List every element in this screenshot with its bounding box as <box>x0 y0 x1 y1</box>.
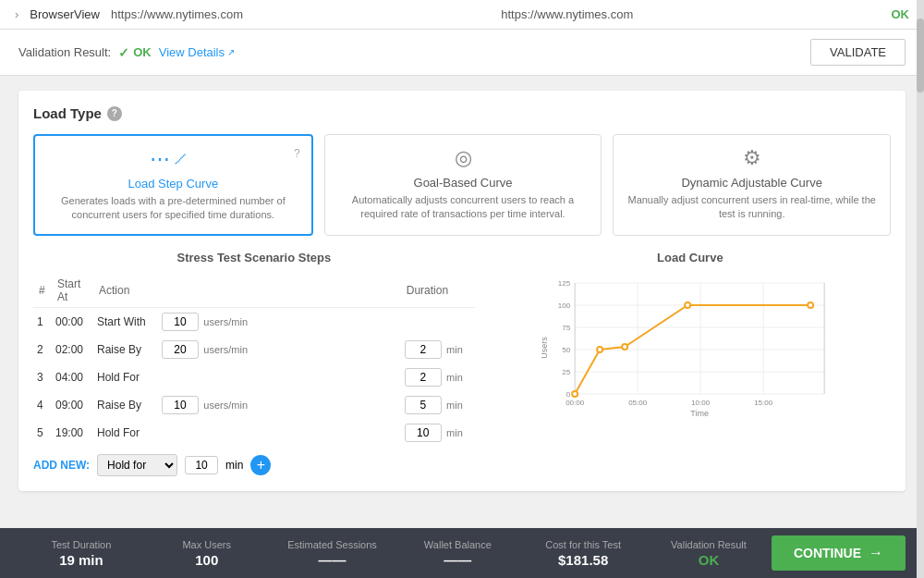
load-type-title: Load Type ? <box>33 105 891 121</box>
scrollbar-thumb[interactable] <box>917 18 924 92</box>
col-header-startat: Start At <box>52 274 93 308</box>
load-type-card: Load Type ? ? ⋯⟋ Load Step Curve Generat… <box>18 91 906 491</box>
row4-num: 4 <box>33 391 52 419</box>
row2-val-cell: users/min <box>158 336 401 363</box>
load-type-options: ? ⋯⟋ Load Step Curve Generates loads wit… <box>33 134 891 236</box>
load-step-desc: Generates loads with a pre-determined nu… <box>46 194 300 223</box>
scrollbar[interactable] <box>917 0 924 578</box>
svg-text:00:00: 00:00 <box>565 399 585 407</box>
add-step-button[interactable]: + <box>250 455 271 475</box>
row2-dur-input[interactable] <box>405 340 442 359</box>
stat-value-validation: OK <box>646 552 772 568</box>
chart-point <box>685 302 690 308</box>
row4-val-cell: users/min <box>158 391 401 419</box>
row1-dur <box>401 307 475 336</box>
chart-point <box>572 391 578 397</box>
row4-unit: users/min <box>203 400 248 411</box>
goal-icon: ◎ <box>336 146 590 170</box>
load-option-dynamic[interactable]: ⚙ Dynamic Adjustable Curve Manually adju… <box>613 134 891 236</box>
row3-dur-unit: min <box>446 372 463 383</box>
row5-val-cell <box>158 419 401 447</box>
stat-wallet-balance: Wallet Balance —— <box>395 539 520 568</box>
stat-estimated-sessions: Estimated Sessions —— <box>270 539 395 568</box>
load-type-title-text: Load Type <box>33 105 102 121</box>
svg-text:75: 75 <box>562 324 570 332</box>
svg-text:10:00: 10:00 <box>691 399 711 407</box>
table-row: 2 02:00 Raise By users/min min <box>33 336 475 363</box>
stat-value-wallet-balance: —— <box>395 552 520 568</box>
validation-ok-text: OK <box>133 45 152 59</box>
url1: https://www.nytimes.com <box>111 7 490 21</box>
stat-value-max-users: 100 <box>144 552 270 568</box>
goal-desc: Automatically adjusts concurrent users t… <box>336 193 590 222</box>
load-step-icon: ⋯⟋ <box>46 147 300 171</box>
col-header-action: Action <box>93 274 158 308</box>
col-header-hash: # <box>33 274 52 308</box>
row4-action: Raise By <box>93 391 158 419</box>
stat-label-wallet-balance: Wallet Balance <box>395 539 520 550</box>
svg-text:25: 25 <box>562 368 570 376</box>
load-option-step[interactable]: ? ⋯⟋ Load Step Curve Generates loads wit… <box>33 134 313 236</box>
row1-startat: 00:00 <box>52 307 93 336</box>
row2-val-input[interactable] <box>162 340 199 359</box>
row1-unit: users/min <box>203 316 248 327</box>
bottom-bar: Test Duration 19 min Max Users 100 Estim… <box>0 528 924 578</box>
scenario-title: Stress Test Scenario Steps <box>33 251 475 264</box>
checkmark-icon: ✓ <box>118 45 129 60</box>
add-new-value-input[interactable] <box>185 456 218 474</box>
stat-max-users: Max Users 100 <box>144 539 270 568</box>
row2-startat: 02:00 <box>52 336 93 363</box>
row2-dur-unit: min <box>446 344 463 355</box>
row3-startat: 04:00 <box>52 363 93 391</box>
load-step-title: Load Step Curve <box>46 177 300 191</box>
add-new-select[interactable]: Hold for Raise By Start With <box>97 454 177 476</box>
row2-num: 2 <box>33 336 52 363</box>
chart-point <box>622 344 627 350</box>
load-type-help-icon[interactable]: ? <box>107 106 122 121</box>
row3-num: 3 <box>33 363 52 391</box>
row1-num: 1 <box>33 307 52 336</box>
option-help-icon[interactable]: ? <box>294 147 300 160</box>
col-header-duration: Duration <box>401 274 475 308</box>
row5-num: 5 <box>33 419 52 447</box>
chart-section: Load Curve Users <box>490 251 891 476</box>
row2-action: Raise By <box>93 336 158 363</box>
browser-view-row: › BrowserView https://www.nytimes.com ht… <box>0 0 924 30</box>
row1-action: Start With <box>93 307 158 336</box>
row1-val-input[interactable] <box>162 313 199 331</box>
validation-ok-badge: ✓ OK <box>118 45 152 60</box>
main-content: Load Type ? ? ⋯⟋ Load Step Curve Generat… <box>0 76 924 526</box>
svg-text:0: 0 <box>565 390 570 399</box>
goal-title: Goal-Based Curve <box>336 176 590 190</box>
stat-label-test-duration: Test Duration <box>18 539 144 550</box>
svg-text:100: 100 <box>558 301 571 310</box>
add-new-row: ADD NEW: Hold for Raise By Start With mi… <box>33 454 475 476</box>
row4-val-input[interactable] <box>162 396 199 414</box>
stat-label-estimated-sessions: Estimated Sessions <box>270 539 395 550</box>
top-ok-status: OK <box>892 7 910 21</box>
stat-value-cost: $181.58 <box>520 552 646 568</box>
row5-dur-input[interactable] <box>405 424 442 442</box>
row4-dur-input[interactable] <box>405 396 442 414</box>
view-details-link[interactable]: View Details ↗ <box>159 45 235 59</box>
row4-dur-unit: min <box>446 400 463 411</box>
stat-validation-result: Validation Result OK <box>646 539 772 568</box>
row3-action: Hold For <box>93 363 158 391</box>
svg-text:15:00: 15:00 <box>754 399 773 407</box>
row3-dur-input[interactable] <box>405 368 442 387</box>
y-axis-label: Users <box>540 337 549 359</box>
svg-text:05:00: 05:00 <box>628 399 648 407</box>
validate-button[interactable]: VALIDATE <box>810 39 906 66</box>
svg-text:125: 125 <box>558 279 571 288</box>
row5-dur-unit: min <box>446 427 463 438</box>
continue-button[interactable]: CONTINUE → <box>772 535 906 571</box>
row4-startat: 09:00 <box>52 391 93 419</box>
dynamic-icon: ⚙ <box>625 146 879 170</box>
load-option-goal[interactable]: ◎ Goal-Based Curve Automatically adjusts… <box>324 134 602 236</box>
row2-unit: users/min <box>203 344 248 355</box>
dynamic-title: Dynamic Adjustable Curve <box>625 176 879 190</box>
stat-value-test-duration: 19 min <box>18 552 144 568</box>
row3-dur-cell: min <box>401 363 475 391</box>
stat-label-max-users: Max Users <box>144 539 270 550</box>
row5-startat: 19:00 <box>52 419 93 447</box>
